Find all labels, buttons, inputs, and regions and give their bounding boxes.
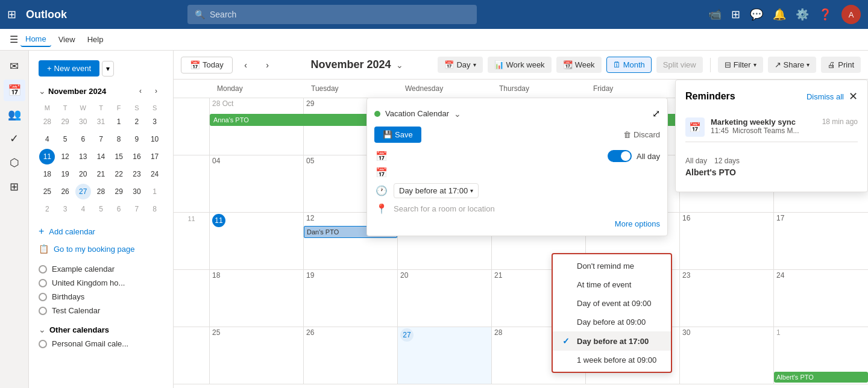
mini-day-29o[interactable]: 29 bbox=[57, 114, 73, 130]
close-reminders-button[interactable]: ✕ bbox=[849, 90, 858, 103]
mini-cal-prev[interactable]: ‹ bbox=[133, 84, 148, 98]
cal-example[interactable]: Example calendar bbox=[29, 262, 173, 276]
reminder-select[interactable]: Day before at 17:00 ▾ bbox=[394, 183, 479, 198]
grid-icon[interactable]: ⊞ bbox=[731, 8, 740, 21]
cell-nov23[interactable]: 23 bbox=[680, 270, 774, 327]
mini-cal-collapse[interactable]: ⌄ bbox=[39, 86, 46, 96]
mini-day-7[interactable]: 7 bbox=[93, 131, 108, 147]
new-event-dropdown[interactable]: ▾ bbox=[102, 61, 114, 77]
mini-day-30[interactable]: 30 bbox=[129, 184, 145, 199]
mini-day-9[interactable]: 9 bbox=[129, 131, 145, 147]
mini-day-5n[interactable]: 5 bbox=[93, 201, 108, 217]
week-button[interactable]: 📆 Week bbox=[556, 57, 602, 73]
other-cals-section[interactable]: ⌄ Other calendars bbox=[39, 325, 163, 334]
mini-day-31o[interactable]: 31 bbox=[93, 114, 108, 130]
mini-day-17[interactable]: 17 bbox=[147, 149, 163, 164]
mini-day-15[interactable]: 15 bbox=[111, 149, 127, 164]
mini-day-11[interactable]: 11 bbox=[39, 149, 55, 164]
mini-day-28o[interactable]: 28 bbox=[39, 114, 55, 130]
mini-day-7n[interactable]: 7 bbox=[129, 201, 145, 217]
cell-nov18[interactable]: 18 bbox=[210, 270, 304, 327]
mini-day-19[interactable]: 19 bbox=[57, 166, 73, 182]
discard-event-button[interactable]: 🗑 Discard bbox=[623, 130, 660, 139]
mini-day-16[interactable]: 16 bbox=[129, 149, 145, 164]
month-button[interactable]: 🗓 Month bbox=[606, 57, 652, 73]
mini-day-22[interactable]: 22 bbox=[111, 166, 127, 182]
save-event-button[interactable]: 💾 Save bbox=[374, 127, 421, 143]
alberts-pto-event-week5[interactable]: Albert's PTO bbox=[774, 372, 868, 383]
filter-button[interactable]: ⊟ Filter ▾ bbox=[718, 57, 763, 73]
mini-day-5[interactable]: 5 bbox=[57, 131, 73, 147]
search-bar[interactable]: 🔍 bbox=[187, 5, 477, 24]
mini-day-28[interactable]: 28 bbox=[93, 184, 108, 199]
video-icon[interactable]: 📹 bbox=[708, 8, 722, 21]
cell-nov30[interactable]: 30 bbox=[680, 327, 774, 384]
bell-icon[interactable]: 🔔 bbox=[773, 8, 786, 21]
nav-apps[interactable]: ⊞ bbox=[4, 176, 25, 198]
cell-nov20[interactable]: 20 bbox=[398, 270, 492, 327]
mini-day-20[interactable]: 20 bbox=[75, 166, 91, 182]
mini-day-1n[interactable]: 1 bbox=[147, 184, 163, 199]
mini-day-3n[interactable]: 3 bbox=[57, 201, 73, 217]
cell-nov17[interactable]: 17 bbox=[774, 213, 868, 269]
menu-help[interactable]: Help bbox=[83, 33, 108, 46]
mini-day-18[interactable]: 18 bbox=[39, 166, 55, 182]
cell-nov27[interactable]: 27 bbox=[398, 327, 492, 384]
help-icon[interactable]: ❓ bbox=[819, 8, 832, 21]
mini-day-10[interactable]: 10 bbox=[147, 131, 163, 147]
booking-action[interactable]: 📋 Go to my booking page bbox=[29, 240, 173, 257]
menu-view[interactable]: View bbox=[54, 33, 80, 46]
mini-day-24[interactable]: 24 bbox=[147, 166, 163, 182]
cal-radio-birthdays[interactable] bbox=[39, 293, 47, 301]
mini-day-4[interactable]: 4 bbox=[39, 131, 55, 147]
reminder-option-dont[interactable]: Don't remind me bbox=[553, 257, 671, 275]
mini-day-25[interactable]: 25 bbox=[39, 184, 55, 199]
add-calendar-action[interactable]: + Add calendar bbox=[29, 222, 173, 240]
allday-toggle[interactable] bbox=[608, 150, 632, 162]
mini-day-4n[interactable]: 4 bbox=[75, 201, 91, 217]
mini-day-21[interactable]: 21 bbox=[93, 166, 108, 182]
cal-personal-gmail[interactable]: Personal Gmail cale... bbox=[29, 337, 173, 351]
mini-cal-next[interactable]: › bbox=[149, 84, 163, 98]
mini-day-13[interactable]: 13 bbox=[75, 149, 91, 164]
more-options-button[interactable]: More options bbox=[615, 219, 660, 228]
mini-day-6n[interactable]: 6 bbox=[111, 201, 127, 217]
mini-day-14[interactable]: 14 bbox=[93, 149, 108, 164]
cell-nov25[interactable]: 25 bbox=[210, 327, 304, 384]
mini-day-27[interactable]: 27 bbox=[75, 184, 91, 199]
mini-day-6[interactable]: 6 bbox=[75, 131, 91, 147]
print-button[interactable]: 🖨 Print bbox=[821, 57, 861, 73]
calendar-title[interactable]: November 2024 bbox=[311, 58, 391, 71]
mini-day-23[interactable]: 23 bbox=[129, 166, 145, 182]
cal-title-dropdown[interactable]: ⌄ bbox=[396, 60, 403, 70]
new-event-button[interactable]: + New event bbox=[39, 60, 99, 77]
avatar[interactable]: A bbox=[841, 5, 861, 24]
mini-day-26[interactable]: 26 bbox=[57, 184, 73, 199]
cell-nov11[interactable]: 11 bbox=[210, 213, 304, 269]
work-week-button[interactable]: 📊 Work week bbox=[488, 57, 552, 73]
mini-day-2[interactable]: 2 bbox=[129, 114, 145, 130]
cell-nov26[interactable]: 26 bbox=[304, 327, 398, 384]
mini-day-12[interactable]: 12 bbox=[57, 149, 73, 164]
location-input[interactable]: Search for a room or location bbox=[394, 204, 660, 213]
dismiss-all-button[interactable]: Dismiss all bbox=[807, 92, 844, 101]
mini-day-30o[interactable]: 30 bbox=[75, 114, 91, 130]
hamburger-icon[interactable]: ☰ bbox=[10, 34, 18, 45]
mini-day-2n[interactable]: 2 bbox=[39, 201, 55, 217]
cal-radio-example[interactable] bbox=[39, 265, 47, 274]
mini-day-1[interactable]: 1 bbox=[111, 114, 127, 130]
cell-nov24[interactable]: 24 bbox=[774, 270, 868, 327]
share-button[interactable]: ↗ Share ▾ bbox=[768, 57, 817, 73]
cal-uk[interactable]: United Kingdom ho... bbox=[29, 276, 173, 290]
chat-icon[interactable]: 💬 bbox=[750, 8, 763, 21]
reminder-option-daybefore17[interactable]: ✓ Day before at 17:00 bbox=[553, 331, 671, 351]
nav-calendar[interactable]: 📅 bbox=[4, 80, 25, 101]
mini-day-3[interactable]: 3 bbox=[147, 114, 163, 130]
cal-birthdays[interactable]: Birthdays bbox=[29, 290, 173, 304]
reminder-option-dayof[interactable]: Day of event at 09:00 bbox=[553, 294, 671, 313]
day-view-button[interactable]: 📅 Day ▾ bbox=[438, 57, 482, 73]
mini-cal-title[interactable]: November 2024 bbox=[48, 87, 106, 96]
split-view-button[interactable]: Split view bbox=[656, 57, 703, 73]
expand-icon[interactable]: ⤢ bbox=[652, 108, 660, 119]
cal-radio-gmail[interactable] bbox=[39, 340, 47, 348]
